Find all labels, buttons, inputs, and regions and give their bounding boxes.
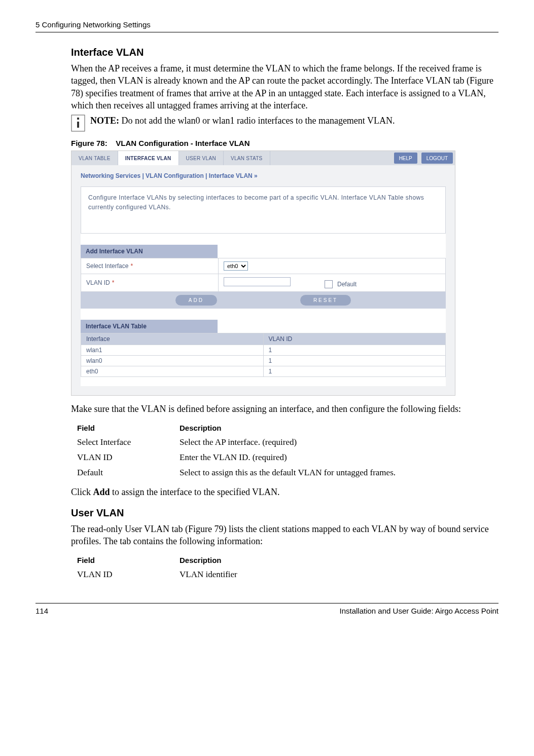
field-header: Field xyxy=(77,422,179,434)
figure-number: Figure 78: xyxy=(71,139,108,147)
user-vlan-paragraph: The read-only User VLAN tab (Figure 79) … xyxy=(71,523,499,548)
logout-button[interactable]: LOGOUT xyxy=(421,153,453,164)
label-vlan-id: VLAN ID xyxy=(86,279,110,286)
tab-vlan-table[interactable]: VLAN TABLE xyxy=(72,151,118,165)
section-title-interface-vlan: Interface VLAN xyxy=(71,47,499,58)
table-row: wlan11 xyxy=(81,345,446,356)
note-text: Do not add the wlan0 or wlan1 radio inte… xyxy=(119,116,395,126)
add-button[interactable]: ADD xyxy=(175,295,217,306)
field-header: Field xyxy=(77,554,179,566)
select-interface-dropdown[interactable]: eth0 xyxy=(224,261,248,271)
tab-bar: VLAN TABLE INTERFACE VLAN USER VLAN VLAN… xyxy=(72,151,455,165)
col-interface: Interface xyxy=(81,333,264,345)
note-label: NOTE: xyxy=(90,116,119,126)
info-icon xyxy=(71,115,85,132)
svg-rect-1 xyxy=(77,118,79,120)
figure-caption: VLAN Configuration - Interface VLAN xyxy=(116,139,250,147)
page-footer: 114 Installation and User Guide: Airgo A… xyxy=(35,603,499,615)
table-row: eth01 xyxy=(81,366,446,377)
default-checkbox[interactable] xyxy=(325,280,333,288)
help-button[interactable]: HELP xyxy=(394,153,417,164)
table-row: wlan01 xyxy=(81,356,446,366)
svg-rect-2 xyxy=(77,122,79,128)
panel-interface-vlan-table: Interface VLAN Table xyxy=(81,320,218,333)
screenshot-panel: VLAN TABLE INTERFACE VLAN USER VLAN VLAN… xyxy=(71,150,455,396)
reset-button[interactable]: RESET xyxy=(300,295,351,306)
description-header: Description xyxy=(180,554,247,566)
field-description-table: Field Description Select InterfaceSelect… xyxy=(76,421,407,481)
tab-interface-vlan[interactable]: INTERFACE VLAN xyxy=(118,151,179,165)
page-number: 114 xyxy=(35,607,48,615)
required-asterisk: * xyxy=(112,279,115,286)
intro-paragraph: When the AP receives a frame, it must de… xyxy=(71,62,499,111)
note-block: NOTE: Do not add the wlan0 or wlan1 radi… xyxy=(71,115,499,132)
tab-vlan-stats[interactable]: VLAN STATS xyxy=(224,151,270,165)
col-vlan-id: VLAN ID xyxy=(263,333,446,345)
section-title-user-vlan: User VLAN xyxy=(71,507,499,519)
post-figure-paragraph: Make sure that the VLAN is defined befor… xyxy=(71,403,499,415)
panel-add-interface-vlan: Add Interface VLAN xyxy=(81,245,218,258)
required-asterisk: * xyxy=(130,262,133,270)
label-select-interface: Select Interface xyxy=(86,262,128,270)
vlan-id-input[interactable] xyxy=(224,277,291,286)
default-checkbox-label: Default xyxy=(337,281,357,288)
breadcrumb: Networking Services | VLAN Configuration… xyxy=(72,165,455,186)
footer-title: Installation and User Guide: Airgo Acces… xyxy=(339,607,499,615)
info-description: Configure Interface VLANs by selecting i… xyxy=(81,186,446,233)
running-header: 5 Configuring Networking Settings xyxy=(35,20,499,32)
user-vlan-field-table: Field Description VLAN IDVLAN identifier xyxy=(76,553,248,583)
tab-user-vlan[interactable]: USER VLAN xyxy=(179,151,224,165)
description-header: Description xyxy=(180,422,406,434)
click-add-paragraph: Click Add to assign the interface to the… xyxy=(71,486,499,498)
